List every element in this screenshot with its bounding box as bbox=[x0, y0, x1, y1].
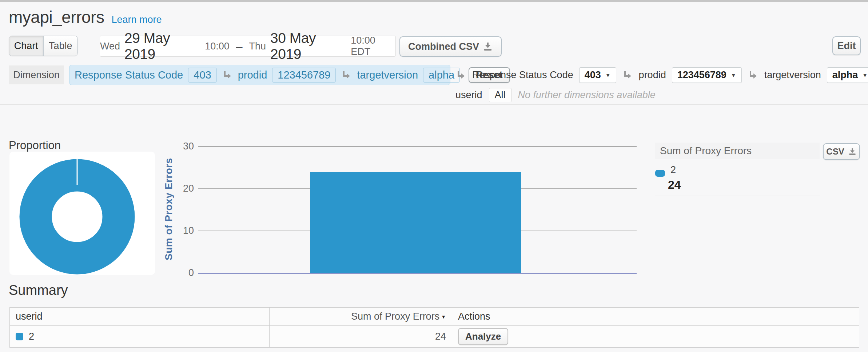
gridline bbox=[198, 146, 637, 147]
userid-cell: 2 bbox=[10, 326, 270, 347]
table-row: 2 24 Analyze bbox=[10, 326, 859, 347]
start-day: Wed bbox=[100, 41, 120, 52]
summary-title: Summary bbox=[9, 283, 68, 298]
series-color-swatch bbox=[16, 333, 23, 340]
actions-cell: Analyze bbox=[452, 326, 859, 347]
sort-desc-icon: ▼ bbox=[441, 314, 446, 320]
combined-csv-button[interactable]: Combined CSV bbox=[399, 36, 502, 57]
legend-item-label: 2 bbox=[670, 164, 676, 176]
drilldown-arrow-icon bbox=[622, 69, 633, 80]
next-dimension-value-select[interactable]: All bbox=[489, 88, 511, 102]
start-time: 10:00 bbox=[205, 41, 230, 52]
column-header-actions: Actions bbox=[452, 308, 859, 325]
start-date: 29 May 2019 bbox=[124, 30, 200, 62]
drilldown-select-prodid[interactable]: 123456789 ▼ bbox=[672, 67, 742, 83]
drilldown-controls: Response Status Code 403 ▼ prodid 123456… bbox=[455, 65, 868, 85]
breadcrumb-dim-value[interactable]: 403 bbox=[188, 68, 216, 83]
dimension-breadcrumb: Response Status Code 403 prodid 12345678… bbox=[69, 65, 450, 85]
analyze-button[interactable]: Analyze bbox=[458, 328, 508, 345]
download-icon bbox=[483, 41, 493, 52]
y-tick-label: 0 bbox=[176, 267, 194, 279]
column-header-sum-of-proxy-errors[interactable]: Sum of Proxy Errors ▼ bbox=[270, 308, 452, 325]
y-tick-label: 30 bbox=[176, 141, 194, 152]
summary-table-header: userid Sum of Proxy Errors ▼ Actions bbox=[10, 308, 859, 326]
no-more-dimensions-message: No further dimensions available bbox=[518, 89, 656, 101]
drilldown-dim-name: targetversion bbox=[764, 69, 821, 81]
bar-chart-plot: 3020100 bbox=[198, 142, 637, 274]
proportion-title: Proportion bbox=[9, 139, 61, 152]
breadcrumb-dim-name: prodid bbox=[238, 69, 267, 81]
dimension-label: Dimension bbox=[9, 65, 64, 84]
edit-button[interactable]: Edit bbox=[832, 36, 861, 55]
view-toggle: Chart Table bbox=[9, 36, 78, 56]
drilldown-arrow-icon bbox=[455, 69, 466, 80]
drilldown-arrow-icon bbox=[748, 69, 758, 80]
drilldown-select-value: 123456789 bbox=[677, 69, 726, 81]
browser-chrome-strip bbox=[0, 0, 868, 2]
column-header-label: Sum of Proxy Errors bbox=[351, 311, 439, 322]
end-day: Thu bbox=[249, 41, 266, 52]
drilldown-arrow-icon bbox=[222, 69, 233, 80]
proportion-donut-card bbox=[9, 152, 155, 275]
breadcrumb-dim-value[interactable]: alpha bbox=[423, 68, 460, 83]
y-axis-title: Sum of Proxy Errors bbox=[163, 147, 175, 271]
legend-divider bbox=[655, 196, 820, 196]
y-tick-label: 10 bbox=[176, 225, 194, 236]
next-dimension-name: userid bbox=[455, 89, 482, 101]
download-icon bbox=[848, 147, 857, 156]
edit-label: Edit bbox=[837, 40, 856, 52]
breadcrumb-dim-name: Response Status Code bbox=[75, 69, 183, 81]
csv-button[interactable]: CSV bbox=[823, 143, 860, 160]
legend-item-value: 24 bbox=[668, 178, 681, 192]
legend-swatch bbox=[655, 170, 665, 177]
drilldown-select-targetversion[interactable]: alpha ▼ bbox=[827, 67, 868, 83]
end-time: 10:00 EDT bbox=[351, 35, 395, 57]
drilldown-select-response-status-code[interactable]: 403 ▼ bbox=[579, 67, 616, 83]
bar-series-2[interactable] bbox=[310, 172, 521, 273]
chevron-down-icon: ▼ bbox=[605, 72, 611, 78]
date-range-picker[interactable]: Wed 29 May 2019 10:00 – Thu 30 May 2019 … bbox=[100, 36, 396, 57]
summary-table: userid Sum of Proxy Errors ▼ Actions 2 2… bbox=[9, 307, 859, 348]
y-tick-label: 20 bbox=[176, 183, 194, 194]
legend-header: Sum of Proxy Errors bbox=[655, 143, 820, 159]
chart-tab-button[interactable]: Chart bbox=[9, 36, 43, 56]
sum-cell: 24 bbox=[270, 326, 452, 347]
column-header-userid: userid bbox=[10, 308, 270, 325]
end-date: 30 May 2019 bbox=[270, 30, 346, 62]
drilldown-arrow-icon bbox=[341, 69, 352, 80]
breadcrumb-dim-value[interactable]: 123456789 bbox=[272, 68, 336, 83]
drilldown-select-value: 403 bbox=[585, 69, 601, 81]
chevron-down-icon: ▼ bbox=[731, 72, 736, 78]
userid-value: 2 bbox=[29, 331, 34, 342]
drilldown-dim-name: prodid bbox=[639, 69, 666, 81]
donut-slice[interactable] bbox=[36, 175, 119, 258]
table-tab-button[interactable]: Table bbox=[43, 36, 78, 56]
chevron-down-icon: ▼ bbox=[862, 72, 868, 78]
section-divider bbox=[0, 104, 868, 105]
donut-chart[interactable] bbox=[19, 159, 135, 275]
legend-title: Sum of Proxy Errors bbox=[660, 145, 752, 157]
breadcrumb-dim-name: targetversion bbox=[357, 69, 418, 81]
combined-csv-label: Combined CSV bbox=[408, 41, 479, 52]
csv-label: CSV bbox=[826, 147, 844, 157]
drilldown-dim-name: Response Status Code bbox=[472, 69, 573, 81]
page-header: myapi_errors Learn more bbox=[9, 7, 162, 27]
next-dimension-row: userid All No further dimensions availab… bbox=[455, 87, 656, 103]
date-separator: – bbox=[234, 40, 245, 53]
drilldown-select-value: alpha bbox=[832, 69, 858, 81]
learn-more-link[interactable]: Learn more bbox=[111, 14, 162, 25]
page-title: myapi_errors bbox=[9, 7, 104, 27]
